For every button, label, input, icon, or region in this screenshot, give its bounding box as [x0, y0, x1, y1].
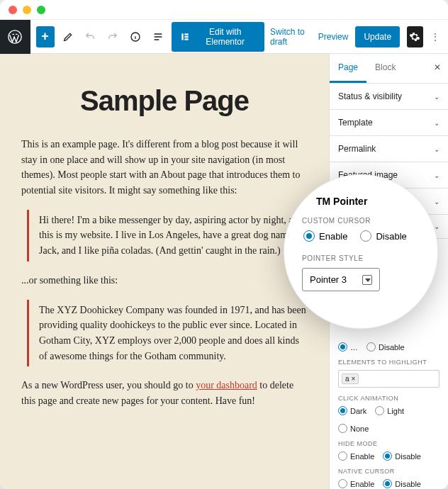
- click-animation-label: CLICK ANIMATION: [338, 395, 439, 402]
- elementor-label: Edit with Elementor: [194, 27, 256, 47]
- panel-template[interactable]: Template⌄: [330, 110, 448, 135]
- maximize-dot[interactable]: [37, 6, 45, 14]
- preview-link[interactable]: Preview: [318, 32, 349, 42]
- update-button[interactable]: Update: [355, 26, 400, 47]
- wordpress-logo[interactable]: [0, 20, 30, 54]
- blockquote[interactable]: The XYZ Doohickey Company was founded in…: [27, 300, 308, 367]
- radio-enable[interactable]: …: [338, 342, 358, 352]
- custom-cursor-label: CUSTOM CURSOR: [302, 217, 420, 225]
- radio-dark[interactable]: Dark: [338, 406, 366, 415]
- zoom-overlay: TM Pointer CUSTOM CURSOR Enable Disable …: [284, 174, 438, 329]
- radio-native-disable[interactable]: Disable: [383, 479, 421, 488]
- radio-light[interactable]: Light: [375, 406, 404, 415]
- chevron-down-icon: ⌄: [434, 198, 439, 206]
- svg-rect-3: [185, 33, 189, 35]
- remove-tag-icon[interactable]: ×: [352, 375, 356, 383]
- paragraph[interactable]: This is an example page. It's different …: [21, 137, 308, 198]
- close-dot[interactable]: [9, 6, 17, 14]
- pointer-style-select[interactable]: Pointer 3: [302, 268, 380, 291]
- native-cursor-label: NATIVE CURSOR: [338, 468, 439, 475]
- elementor-icon: [180, 32, 190, 42]
- chevron-down-icon: ⌄: [434, 93, 439, 101]
- elements-highlight-input[interactable]: a×: [338, 370, 439, 388]
- radio-cursor-disable[interactable]: Disable: [360, 230, 406, 242]
- undo-button[interactable]: [82, 26, 100, 47]
- svg-rect-2: [182, 33, 184, 40]
- radio-native-enable[interactable]: Enable: [338, 479, 374, 488]
- add-block-button[interactable]: +: [36, 26, 55, 47]
- paragraph[interactable]: As a new WordPress user, you should go t…: [21, 378, 308, 408]
- pointer-style-label: POINTER STYLE: [302, 254, 420, 262]
- chevron-down-icon: [362, 275, 372, 285]
- blockquote[interactable]: Hi there! I'm a bike messenger by day, a…: [27, 210, 308, 262]
- redo-button[interactable]: [103, 26, 122, 47]
- radio-none[interactable]: None: [338, 424, 369, 433]
- info-button[interactable]: [126, 26, 145, 47]
- more-options-button[interactable]: ⋮: [430, 32, 441, 42]
- outline-button[interactable]: [149, 26, 167, 47]
- radio-cursor-enable[interactable]: Enable: [303, 230, 347, 242]
- svg-rect-4: [185, 35, 189, 37]
- tab-block[interactable]: Block: [366, 54, 404, 83]
- chevron-down-icon: ⌄: [434, 119, 439, 127]
- minimize-dot[interactable]: [23, 6, 31, 14]
- elements-highlight-label: ELEMENTS TO HIGHLIGHT: [338, 359, 439, 366]
- svg-rect-5: [185, 38, 189, 40]
- settings-button[interactable]: [407, 26, 423, 47]
- switch-draft-link[interactable]: Switch to draft: [270, 27, 311, 47]
- editor-canvas[interactable]: Sample Page This is an example page. It'…: [0, 54, 329, 489]
- radio-disable[interactable]: Disable: [366, 342, 405, 352]
- hide-mode-label: HIDE MODE: [338, 440, 439, 447]
- tm-pointer-title: TM Pointer: [316, 196, 420, 207]
- paragraph[interactable]: ...or something like this:: [21, 273, 308, 288]
- chevron-down-icon: ⌄: [434, 172, 439, 179]
- dashboard-link[interactable]: your dashboard: [196, 380, 257, 390]
- close-sidebar-button[interactable]: ✕: [427, 54, 448, 83]
- chevron-down-icon: ⌄: [434, 145, 439, 153]
- window-titlebar: [0, 0, 448, 20]
- tab-page[interactable]: Page: [330, 54, 366, 83]
- radio-hide-disable[interactable]: Disable: [383, 451, 421, 461]
- radio-hide-enable[interactable]: Enable: [338, 451, 374, 461]
- panel-permalink[interactable]: Permalink⌄: [330, 136, 448, 162]
- page-title[interactable]: Sample Page: [21, 85, 308, 117]
- panel-status[interactable]: Status & visibility⌄: [330, 84, 448, 109]
- elementor-button[interactable]: Edit with Elementor: [172, 22, 264, 52]
- editor-topbar: + Edit with Elementor: [0, 20, 448, 54]
- edit-mode-button[interactable]: [59, 26, 77, 47]
- tag-item[interactable]: a×: [342, 373, 359, 384]
